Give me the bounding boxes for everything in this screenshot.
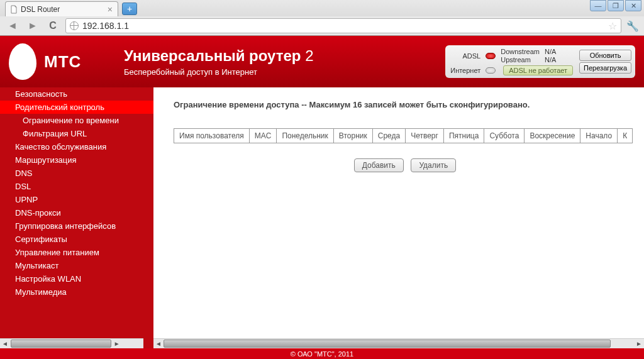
bookmark-icon[interactable]: ☆ bbox=[608, 20, 617, 32]
url-text: 192.168.1.1 bbox=[82, 21, 129, 31]
browser-tab[interactable]: DSL Router × bbox=[5, 1, 118, 16]
sidebar-item[interactable]: Качество обслуживания bbox=[0, 140, 153, 153]
sidebar-item[interactable]: Настройка WLAN bbox=[0, 272, 153, 285]
settings-icon[interactable]: 🔧 bbox=[626, 20, 639, 32]
table-header: Суббота bbox=[484, 129, 525, 143]
delete-button[interactable]: Удалить bbox=[411, 158, 456, 172]
browser-chrome: DSL Router × + — ❐ ✕ ◄ ► C 192.168.1.1 ☆… bbox=[0, 0, 644, 36]
sidebar-item[interactable]: Ограничение по времени bbox=[0, 114, 153, 127]
egg-icon bbox=[9, 43, 36, 80]
address-bar: ◄ ► C 192.168.1.1 ☆ 🔧 bbox=[0, 16, 644, 35]
sidebar-item[interactable]: Мультимедиа bbox=[0, 285, 153, 299]
table-header: MAC bbox=[249, 129, 277, 143]
adsl-label: ADSL bbox=[449, 52, 480, 60]
scroll-right-icon[interactable]: ► bbox=[634, 339, 644, 348]
sidebar-item[interactable]: Безопасность bbox=[0, 87, 153, 101]
sidebar-item[interactable]: Маршрутизация bbox=[0, 153, 153, 167]
app-body: БезопасностьРодительский контрольОгранич… bbox=[0, 87, 644, 348]
new-tab-button[interactable]: + bbox=[122, 3, 137, 15]
sidebar-item[interactable]: UPNP bbox=[0, 193, 153, 206]
sidebar-item[interactable]: Фильтрация URL bbox=[0, 127, 153, 140]
scroll-left-icon[interactable]: ◄ bbox=[0, 339, 10, 348]
table-header: Воскресение bbox=[525, 129, 580, 143]
sidebar-item[interactable]: Группировка интерфейсов bbox=[0, 219, 153, 233]
upstream-value: N/A bbox=[545, 56, 556, 64]
sidebar-item[interactable]: Управление питанием bbox=[0, 246, 153, 259]
restrictions-table: Имя пользователяMACПонедельникВторникСре… bbox=[174, 128, 633, 143]
forward-button[interactable]: ► bbox=[25, 18, 40, 33]
router-header: МТС Универсальный роутер 2 Бесперебойный… bbox=[0, 36, 644, 87]
page-subtitle: Бесперебойный доступ в Интернет bbox=[124, 67, 445, 77]
tab-strip: DSL Router × + — ❐ ✕ bbox=[0, 0, 644, 16]
sidebar-item[interactable]: Родительский контроль bbox=[0, 101, 153, 114]
scroll-thumb[interactable] bbox=[164, 340, 611, 348]
internet-label: Интернет bbox=[449, 67, 480, 74]
mts-logo: МТС bbox=[9, 43, 119, 80]
table-header: Понедельник bbox=[277, 129, 333, 143]
brand-text: МТС bbox=[44, 52, 81, 72]
button-row: Добавить Удалить bbox=[174, 158, 636, 172]
content: Ограничение времени доступа -- Максимум … bbox=[153, 87, 644, 348]
upstream-label: Upstream bbox=[501, 56, 540, 64]
sidebar-hscroll[interactable]: ◄ ► bbox=[0, 338, 143, 348]
content-heading: Ограничение времени доступа -- Максимум … bbox=[174, 100, 636, 109]
downstream-label: Downstream bbox=[501, 48, 540, 56]
tab-title: DSL Router bbox=[21, 5, 60, 14]
globe-icon bbox=[70, 21, 79, 30]
scroll-right-icon[interactable]: ► bbox=[112, 339, 122, 348]
table-header: Пятница bbox=[443, 129, 484, 143]
window-controls: — ❐ ✕ bbox=[590, 0, 641, 11]
footer: © ОАО "МТС", 2011 bbox=[0, 348, 644, 359]
page-title: Универсальный роутер 2 bbox=[124, 47, 445, 65]
file-icon bbox=[9, 5, 18, 14]
url-field[interactable]: 192.168.1.1 ☆ bbox=[65, 18, 621, 33]
table-header: Среда bbox=[372, 129, 405, 143]
minimize-button[interactable]: — bbox=[590, 0, 606, 11]
maximize-button[interactable]: ❐ bbox=[608, 0, 624, 11]
router-title: Универсальный роутер 2 Бесперебойный дос… bbox=[119, 47, 445, 77]
scroll-thumb[interactable] bbox=[11, 340, 111, 348]
sidebar[interactable]: БезопасностьРодительский контрольОгранич… bbox=[0, 87, 153, 348]
sidebar-item[interactable]: Мультикаст bbox=[0, 259, 153, 272]
status-panel: ADSL Downstream Upstream N/A N/A Интерне… bbox=[445, 45, 635, 78]
table-header: Вторник bbox=[333, 129, 372, 143]
scroll-left-icon[interactable]: ◄ bbox=[153, 339, 164, 348]
table-header: Начало bbox=[580, 129, 618, 143]
adsl-led-icon bbox=[486, 53, 496, 59]
internet-led-icon bbox=[486, 67, 496, 74]
refresh-button[interactable]: Обновить bbox=[579, 50, 631, 61]
reboot-button[interactable]: Перезагрузка bbox=[579, 62, 631, 74]
content-hscroll[interactable]: ◄ ► bbox=[153, 338, 644, 348]
sidebar-item[interactable]: DNS bbox=[0, 167, 153, 180]
close-icon[interactable]: × bbox=[108, 5, 113, 14]
back-button[interactable]: ◄ bbox=[5, 18, 20, 33]
close-window-button[interactable]: ✕ bbox=[625, 0, 641, 11]
sidebar-item[interactable]: DNS-прокси bbox=[0, 206, 153, 219]
sidebar-item[interactable]: Сертификаты bbox=[0, 233, 153, 246]
adsl-fail-badge: ADSL не работает bbox=[503, 65, 573, 75]
add-button[interactable]: Добавить bbox=[354, 158, 404, 172]
table-header: Имя пользователя bbox=[174, 129, 250, 143]
downstream-value: N/A bbox=[545, 48, 556, 56]
reload-button[interactable]: C bbox=[45, 18, 60, 33]
table-header: Четверг bbox=[406, 129, 444, 143]
sidebar-item[interactable]: DSL bbox=[0, 180, 153, 193]
table-header-row: Имя пользователяMACПонедельникВторникСре… bbox=[174, 129, 633, 143]
table-header: К bbox=[618, 129, 633, 143]
